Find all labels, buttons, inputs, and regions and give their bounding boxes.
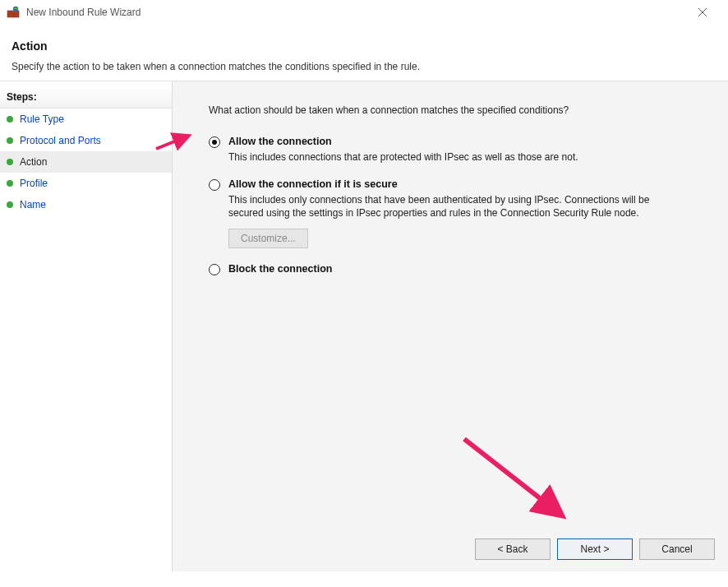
step-label: Profile — [20, 178, 48, 189]
option-desc: This includes connections that are prote… — [228, 150, 672, 164]
close-icon — [698, 8, 707, 16]
action-prompt: What action should be taken when a conne… — [209, 104, 708, 116]
annotation-arrow-next — [460, 435, 575, 525]
step-item-action[interactable]: Action — [0, 151, 172, 173]
step-bullet-icon — [7, 201, 13, 208]
step-item-protocol-and-ports[interactable]: Protocol and Ports — [0, 130, 172, 151]
option-title: Allow the connection if it is secure — [228, 178, 708, 190]
customize-button: Customize... — [228, 229, 308, 248]
step-bullet-icon — [7, 159, 13, 165]
option-desc: This includes only connections that have… — [228, 193, 672, 220]
step-item-name[interactable]: Name — [0, 194, 172, 215]
wizard-footer: < Back Next > Cancel — [475, 538, 715, 560]
option-title: Allow the connection — [228, 136, 708, 147]
svg-point-5 — [13, 7, 18, 12]
firewall-icon — [7, 6, 20, 19]
wizard-content: What action should be taken when a conne… — [173, 81, 728, 571]
step-bullet-icon — [7, 137, 13, 144]
step-bullet-icon — [7, 180, 13, 187]
radio-allow[interactable] — [209, 136, 220, 148]
page-title: Action — [12, 39, 716, 53]
svg-line-9 — [464, 439, 559, 513]
step-item-profile[interactable]: Profile — [0, 173, 172, 194]
option-allow: Allow the connectionThis includes connec… — [205, 136, 708, 164]
cancel-button[interactable]: Cancel — [639, 538, 715, 560]
next-button[interactable]: Next > — [557, 538, 633, 560]
window-title: New Inbound Rule Wizard — [26, 7, 684, 18]
wizard-header: Action Specify the action to be taken wh… — [0, 25, 728, 81]
option-block: Block the connection — [205, 263, 708, 278]
option-allow-secure: Allow the connection if it is secureThis… — [205, 178, 708, 247]
titlebar: New Inbound Rule Wizard — [0, 0, 728, 25]
step-label: Rule Type — [20, 113, 64, 125]
step-label: Action — [20, 156, 47, 168]
step-label: Protocol and Ports — [20, 135, 101, 146]
radio-allow-secure[interactable] — [209, 179, 220, 191]
radio-block[interactable] — [209, 264, 220, 275]
step-bullet-icon — [7, 116, 13, 122]
back-button[interactable]: < Back — [475, 538, 551, 560]
step-item-rule-type[interactable]: Rule Type — [0, 109, 172, 130]
steps-sidebar: Steps: Rule TypeProtocol and PortsAction… — [0, 81, 173, 571]
option-title: Block the connection — [228, 263, 708, 275]
steps-heading: Steps: — [0, 88, 172, 109]
page-subtitle: Specify the action to be taken when a co… — [12, 61, 716, 72]
step-label: Name — [20, 199, 46, 210]
wizard-body: Steps: Rule TypeProtocol and PortsAction… — [0, 81, 728, 571]
close-button[interactable] — [684, 0, 721, 25]
